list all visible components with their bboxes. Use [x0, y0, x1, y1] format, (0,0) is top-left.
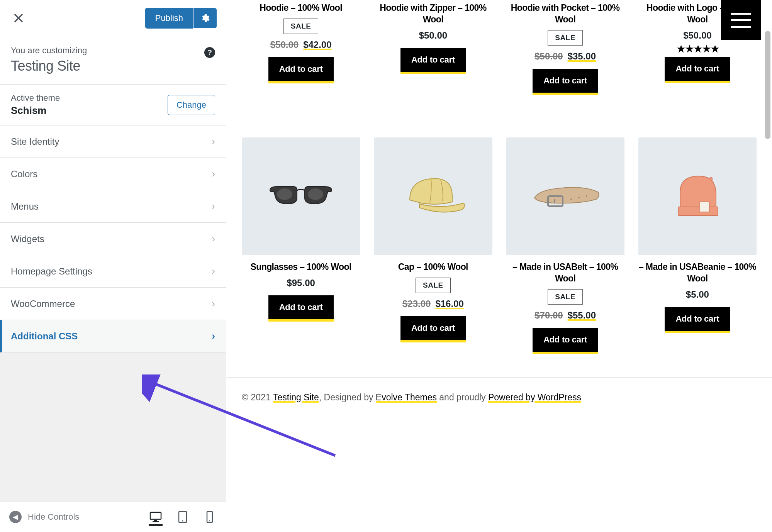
site-footer: © 2021 Testing Site, Designed by Evolve …: [226, 377, 772, 417]
product-title: Hoodie – 100% Wool: [260, 2, 342, 14]
product-title: – Made in USABeanie – 100% Wool: [638, 261, 757, 285]
menu-label: Colors: [11, 169, 37, 180]
product-image: [374, 137, 492, 255]
svg-rect-2: [153, 521, 159, 522]
product-card[interactable]: – Made in USABeanie – 100% Wool $5.00 Ad…: [638, 137, 757, 354]
desktop-view-button[interactable]: [149, 512, 163, 526]
price-new: $16.00: [435, 298, 463, 309]
add-to-cart-button[interactable]: Add to cart: [268, 295, 334, 322]
chevron-right-icon: ›: [212, 136, 215, 147]
publish-button[interactable]: Publish: [145, 8, 193, 29]
chevron-right-icon: ›: [212, 298, 215, 310]
price: $50.00: [683, 30, 711, 41]
product-card[interactable]: Hoodie – 100% Wool SALE $50.00 $42.00 Ad…: [242, 0, 360, 95]
footer-wp-link[interactable]: Powered by WordPress: [488, 392, 581, 402]
product-card[interactable]: Hoodie with Pocket – 100% Wool SALE $50.…: [506, 0, 624, 95]
price: $5.00: [686, 289, 709, 300]
footer-site-link[interactable]: Testing Site: [273, 392, 319, 402]
product-price: $70.00 $55.00: [534, 310, 596, 321]
product-image: [638, 137, 757, 255]
tablet-view-button[interactable]: [176, 510, 190, 524]
customizer-sidebar: Publish You are customizing Testing Site…: [0, 0, 226, 532]
change-theme-button[interactable]: Change: [168, 95, 215, 115]
svg-rect-16: [699, 202, 709, 212]
menu-menus[interactable]: Menus›: [0, 190, 226, 223]
scrollbar-thumb[interactable]: [765, 31, 770, 139]
product-card[interactable]: Cap – 100% Wool SALE $23.00 $16.00 Add t…: [374, 137, 492, 354]
add-to-cart-button[interactable]: Add to cart: [268, 57, 334, 83]
product-price: $50.00 $42.00: [270, 39, 332, 50]
sidebar-footer: ◀ Hide Controls: [0, 501, 226, 532]
price-new: $35.00: [568, 51, 596, 62]
product-price: $50.00: [683, 30, 711, 41]
price: $95.00: [287, 278, 315, 288]
menu-woocommerce[interactable]: WooCommerce›: [0, 288, 226, 320]
preview-scrollbar[interactable]: [765, 0, 770, 532]
svg-rect-1: [154, 520, 157, 521]
price-old: $50.00: [534, 51, 563, 62]
help-icon[interactable]: ?: [204, 47, 215, 58]
footer-text: , Designed by: [319, 392, 376, 402]
product-card[interactable]: – Made in USABelt – 100% Wool SALE $70.0…: [506, 137, 624, 354]
add-to-cart-button[interactable]: Add to cart: [400, 316, 466, 342]
svg-point-8: [308, 188, 323, 200]
hamburger-menu-button[interactable]: [721, 0, 761, 40]
star-rating-icon: ★★★★★: [676, 42, 719, 55]
product-title: Hoodie with Zipper – 100% Wool: [374, 2, 492, 25]
add-to-cart-button[interactable]: Add to cart: [533, 328, 598, 354]
menu-label: Additional CSS: [11, 331, 78, 342]
chevron-right-icon: ›: [212, 233, 215, 245]
product-card[interactable]: Hoodie with Zipper – 100% Wool $50.00 Ad…: [374, 0, 492, 95]
customizing-site-title: Testing Site: [11, 58, 215, 74]
hide-controls-label: Hide Controls: [28, 512, 79, 522]
product-title: Hoodie with Pocket – 100% Wool: [506, 2, 624, 25]
collapse-icon: ◀: [9, 511, 22, 523]
active-theme-name: Schism: [11, 105, 60, 117]
mobile-view-button[interactable]: [203, 510, 217, 524]
chevron-right-icon: ›: [212, 168, 215, 180]
sale-badge: SALE: [283, 19, 319, 34]
footer-text: and proudly: [437, 392, 488, 402]
add-to-cart-button[interactable]: Add to cart: [665, 307, 730, 333]
product-price: $50.00 $35.00: [534, 51, 596, 62]
gear-icon: [200, 14, 210, 23]
menu-site-identity[interactable]: Site Identity›: [0, 125, 226, 158]
svg-rect-0: [150, 512, 161, 519]
product-image: [242, 137, 360, 255]
menu-additional-css[interactable]: Additional CSS›: [0, 320, 226, 352]
close-button[interactable]: [9, 9, 28, 27]
cap-icon: [398, 169, 468, 223]
publish-settings-button[interactable]: [193, 8, 217, 28]
add-to-cart-button[interactable]: Add to cart: [665, 57, 730, 83]
active-theme-label: Active theme: [11, 93, 60, 103]
menu-label: Widgets: [11, 234, 44, 244]
menu-homepage-settings[interactable]: Homepage Settings›: [0, 255, 226, 288]
product-price: $50.00: [419, 30, 447, 41]
menu-widgets[interactable]: Widgets›: [0, 223, 226, 255]
mobile-icon: [206, 511, 214, 523]
product-price: $5.00: [686, 289, 709, 300]
product-grid-row-1: Hoodie – 100% Wool SALE $50.00 $42.00 Ad…: [226, 0, 772, 118]
product-title: Sunglasses – 100% Wool: [251, 261, 351, 273]
svg-rect-11: [554, 199, 555, 203]
svg-point-12: [570, 198, 572, 200]
svg-point-9: [429, 178, 433, 180]
beanie-icon: [667, 165, 728, 227]
chevron-right-icon: ›: [212, 265, 215, 277]
svg-point-4: [182, 520, 183, 521]
menu-label: Homepage Settings: [11, 266, 92, 277]
product-card[interactable]: Sunglasses – 100% Wool $95.00 Add to car…: [242, 137, 360, 354]
product-grid-row-2: Sunglasses – 100% Wool $95.00 Add to car…: [226, 137, 772, 377]
price-new: $42.00: [303, 39, 331, 50]
sunglasses-icon: [266, 181, 336, 212]
menu-colors[interactable]: Colors›: [0, 158, 226, 190]
footer-theme-link[interactable]: Evolve Themes: [376, 392, 437, 402]
price-new: $55.00: [568, 310, 596, 321]
tablet-icon: [178, 511, 188, 523]
hide-controls-button[interactable]: ◀ Hide Controls: [9, 511, 79, 523]
svg-rect-15: [678, 207, 718, 215]
add-to-cart-button[interactable]: Add to cart: [533, 69, 598, 95]
svg-point-7: [277, 188, 292, 200]
add-to-cart-button[interactable]: Add to cart: [400, 48, 466, 74]
menu-label: WooCommerce: [11, 298, 75, 309]
